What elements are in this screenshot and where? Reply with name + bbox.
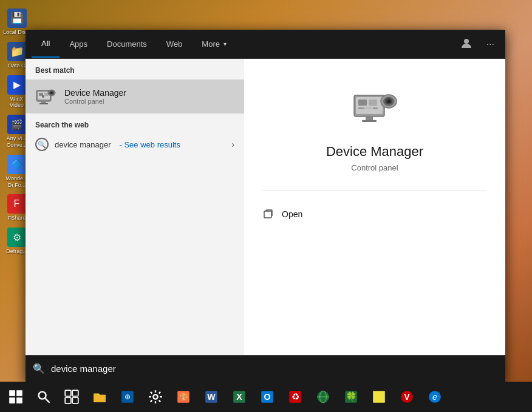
svg-rect-29	[9, 397, 15, 404]
settings-button[interactable]	[142, 383, 169, 410]
more-options-button[interactable]: ···	[482, 36, 499, 52]
file-explorer-button[interactable]	[86, 383, 113, 410]
tab-more[interactable]: More ▾	[192, 31, 236, 57]
search-input[interactable]	[51, 363, 498, 374]
svg-text:🎨: 🎨	[179, 392, 188, 401]
svg-rect-20	[362, 120, 377, 122]
search-bar-icon: 🔍	[33, 363, 45, 374]
svg-rect-30	[16, 397, 22, 404]
svg-rect-27	[9, 390, 15, 396]
svg-rect-18	[373, 107, 378, 109]
right-panel-subtitle: Control panel	[351, 163, 398, 172]
games-button[interactable]: 🍀	[338, 383, 364, 410]
svg-rect-17	[366, 107, 372, 109]
tab-documents[interactable]: Documents	[97, 31, 157, 57]
outlook-button[interactable]: O	[254, 383, 281, 410]
open-icon	[262, 208, 275, 220]
edge-button[interactable]: e	[421, 383, 448, 410]
start-menu: All Apps Documents Web More ▾ ···	[26, 30, 505, 382]
svg-rect-16	[358, 107, 364, 109]
svg-text:X: X	[236, 392, 242, 402]
open-label: Open	[282, 209, 302, 219]
web-search-item[interactable]: 🔍 device manager - See web results ›	[26, 133, 244, 156]
svg-rect-6	[41, 101, 46, 103]
desktop-icon-fshare-label: FShare	[8, 215, 26, 221]
svg-rect-28	[16, 390, 22, 396]
svg-rect-15	[369, 100, 377, 106]
svg-text:W: W	[207, 392, 216, 402]
desktop-icon-defrag-label: Defrag...	[6, 248, 27, 255]
bittorrent-button[interactable]: ♻	[282, 383, 309, 410]
excel-button[interactable]: X	[226, 383, 253, 410]
store-button[interactable]: ⊕	[114, 383, 141, 410]
divider	[262, 191, 487, 191]
svg-rect-37	[94, 395, 106, 402]
sticky-notes-button[interactable]	[366, 383, 392, 410]
svg-rect-56	[373, 391, 385, 403]
tab-web[interactable]: Web	[157, 31, 193, 57]
svg-point-5	[42, 95, 44, 98]
result-item-device-manager[interactable]: Device Manager Control panel	[26, 79, 244, 113]
svg-point-11	[51, 92, 52, 93]
svg-rect-14	[358, 100, 367, 106]
left-results-panel: Best match	[26, 59, 244, 382]
account-button[interactable]	[456, 35, 477, 53]
svg-rect-36	[72, 397, 78, 404]
svg-text:e: e	[432, 392, 437, 402]
word-button[interactable]: W	[198, 383, 225, 410]
svg-rect-33	[65, 390, 71, 396]
desktop-icon-data-c-label: Data C	[8, 62, 25, 69]
svg-rect-19	[366, 117, 373, 120]
search-content: Best match	[26, 59, 505, 382]
search-circle-icon: 🔍	[35, 138, 49, 151]
action-list: Open	[262, 203, 487, 225]
svg-rect-7	[39, 103, 48, 104]
web-search-query: device manager	[55, 140, 111, 149]
taskbar-search-button[interactable]	[30, 383, 57, 410]
svg-rect-34	[72, 390, 78, 396]
svg-text:O: O	[264, 392, 270, 402]
svg-text:⊕: ⊕	[124, 393, 131, 401]
web-search-header: Search the web	[26, 113, 244, 133]
svg-line-32	[45, 398, 49, 402]
svg-point-40	[153, 394, 157, 399]
paint3d-button[interactable]: 🎨	[170, 383, 197, 410]
svg-text:V: V	[404, 392, 410, 402]
search-tabs-bar: All Apps Documents Web More ▾ ···	[26, 30, 505, 59]
svg-point-25	[387, 100, 388, 101]
search-bar: 🔍	[26, 355, 505, 382]
right-detail-panel: Device Manager Control panel Open	[244, 59, 505, 382]
arrow-right-icon: ›	[231, 140, 234, 149]
taskbar: ⊕ 🎨 W X O	[0, 382, 532, 412]
svg-rect-26	[264, 211, 271, 218]
task-view-button[interactable]	[58, 383, 85, 410]
device-manager-icon-large	[350, 83, 399, 132]
chevron-down-icon: ▾	[223, 41, 227, 47]
svg-rect-35	[65, 397, 71, 404]
svg-rect-3	[39, 93, 43, 96]
svg-text:♻: ♻	[292, 391, 299, 402]
svg-point-31	[39, 392, 46, 399]
web-search-link[interactable]: - See web results	[120, 140, 180, 149]
right-panel-title: Device Manager	[326, 144, 423, 160]
best-match-header: Best match	[26, 59, 244, 79]
result-subtitle: Control panel	[64, 98, 126, 105]
tab-apps[interactable]: Apps	[60, 31, 97, 57]
result-text-device-manager: Device Manager Control panel	[64, 88, 126, 105]
tab-all[interactable]: All	[32, 30, 60, 58]
vivaldi-button[interactable]: V	[394, 383, 420, 410]
tab-actions: ···	[456, 35, 499, 53]
browser-globe-button[interactable]	[310, 383, 336, 410]
device-manager-icon-small	[35, 86, 57, 107]
svg-point-0	[464, 39, 469, 44]
svg-text:🍀: 🍀	[346, 391, 358, 402]
action-open[interactable]: Open	[262, 203, 487, 225]
result-title: Device Manager	[64, 88, 126, 98]
start-button[interactable]	[2, 383, 29, 410]
